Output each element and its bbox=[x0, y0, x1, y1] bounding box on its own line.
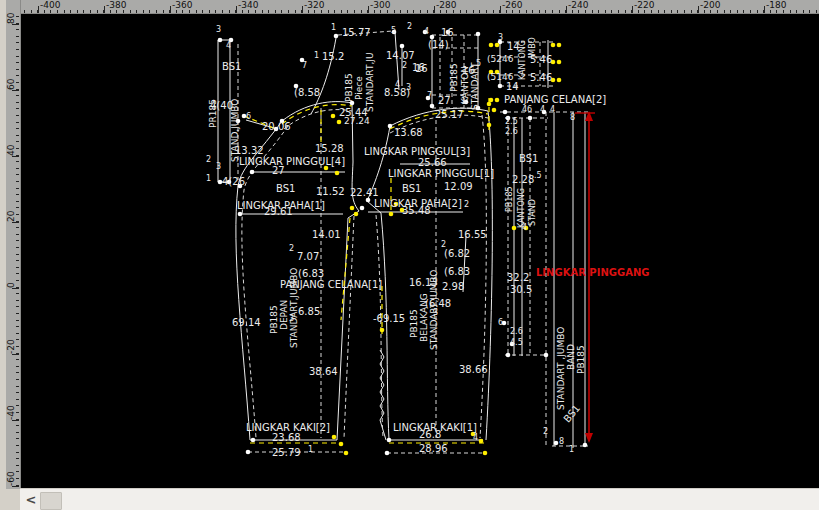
ruler-major-tick bbox=[698, 6, 699, 13]
ruler-tick bbox=[400, 10, 401, 13]
ruler-tick bbox=[16, 346, 19, 347]
ruler-tick bbox=[16, 69, 19, 70]
ruler-tick bbox=[130, 10, 131, 13]
ruler-tick bbox=[16, 201, 19, 202]
ruler-tick bbox=[288, 10, 289, 13]
horizontal-scrollbar[interactable]: < bbox=[20, 488, 819, 510]
ruler-tick bbox=[143, 10, 144, 13]
ruler-tick bbox=[16, 49, 19, 50]
ruler-tick bbox=[281, 10, 282, 13]
ruler-label: -400 bbox=[40, 1, 60, 10]
ruler-major-tick bbox=[368, 6, 369, 13]
ruler-tick bbox=[532, 10, 533, 13]
ruler-tick bbox=[308, 10, 309, 13]
ruler-tick bbox=[737, 10, 738, 13]
ruler-tick bbox=[420, 10, 421, 13]
ruler-tick bbox=[625, 10, 626, 13]
ruler-tick bbox=[176, 10, 177, 13]
ruler-tick bbox=[539, 10, 540, 13]
ruler-tick bbox=[16, 82, 19, 83]
ruler-tick bbox=[123, 10, 124, 13]
ruler-tick bbox=[354, 10, 355, 13]
ruler-tick bbox=[16, 280, 19, 281]
ruler-tick bbox=[16, 115, 19, 116]
ruler-tick bbox=[545, 10, 546, 13]
ruler-tick bbox=[16, 161, 19, 162]
ruler-label: -20 bbox=[7, 339, 16, 354]
ruler-major-tick bbox=[12, 288, 19, 289]
ruler-major-tick bbox=[170, 6, 171, 13]
ruler-tick bbox=[110, 10, 111, 13]
ruler-label: -260 bbox=[502, 1, 522, 10]
ruler-tick bbox=[90, 10, 91, 13]
scroll-left-button[interactable]: < bbox=[22, 491, 40, 509]
ruler-tick bbox=[16, 273, 19, 274]
ruler-tick bbox=[16, 425, 19, 426]
ruler-major-tick bbox=[302, 6, 303, 13]
ruler-tick bbox=[16, 16, 19, 17]
ruler-tick bbox=[16, 254, 19, 255]
ruler-tick bbox=[163, 10, 164, 13]
ruler-tick bbox=[16, 75, 19, 76]
ruler-tick bbox=[334, 10, 335, 13]
ruler-tick bbox=[16, 62, 19, 63]
horizontal-ruler: -400-380-360-340-320-300-280-260-240-220… bbox=[20, 0, 819, 14]
ruler-tick bbox=[321, 10, 322, 13]
ruler-tick bbox=[83, 10, 84, 13]
ruler-tick bbox=[506, 10, 507, 13]
ruler-tick bbox=[394, 10, 395, 13]
ruler-label: 60 bbox=[7, 79, 16, 90]
ruler-tick bbox=[684, 10, 685, 13]
scrollbar-thumb[interactable] bbox=[40, 492, 62, 510]
ruler-tick bbox=[638, 10, 639, 13]
ruler-tick bbox=[314, 10, 315, 13]
ruler-tick bbox=[16, 108, 19, 109]
scrollbar-track[interactable] bbox=[62, 489, 819, 510]
ruler-label: -240 bbox=[568, 1, 588, 10]
ruler-tick bbox=[16, 412, 19, 413]
ruler-tick bbox=[651, 10, 652, 13]
ruler-tick bbox=[16, 227, 19, 228]
ruler-tick bbox=[453, 10, 454, 13]
ruler-tick bbox=[552, 10, 553, 13]
ruler-tick bbox=[710, 10, 711, 13]
ruler-tick bbox=[691, 10, 692, 13]
ruler-tick bbox=[16, 326, 19, 327]
ruler-tick bbox=[24, 10, 25, 13]
ruler-tick bbox=[592, 10, 593, 13]
ruler-tick bbox=[16, 438, 19, 439]
ruler-tick bbox=[149, 10, 150, 13]
ruler-tick bbox=[16, 333, 19, 334]
ruler-label: -280 bbox=[436, 1, 456, 10]
ruler-tick bbox=[31, 10, 32, 13]
ruler-tick bbox=[809, 10, 810, 13]
ruler-major-tick bbox=[236, 6, 237, 13]
ruler-tick bbox=[598, 10, 599, 13]
ruler-tick bbox=[16, 128, 19, 129]
ruler-label: -40 bbox=[7, 405, 16, 420]
ruler-tick bbox=[16, 29, 19, 30]
ruler-tick bbox=[16, 458, 19, 459]
ruler-tick bbox=[16, 392, 19, 393]
ruler-label: -180 bbox=[766, 1, 786, 10]
ruler-tick bbox=[182, 10, 183, 13]
ruler-tick bbox=[16, 181, 19, 182]
ruler-tick bbox=[743, 10, 744, 13]
ruler-tick bbox=[473, 10, 474, 13]
ruler-tick bbox=[466, 10, 467, 13]
ruler-major-tick bbox=[38, 6, 39, 13]
ruler-tick bbox=[136, 10, 137, 13]
ruler-major-tick bbox=[434, 6, 435, 13]
ruler-tick bbox=[16, 432, 19, 433]
drawing-canvas[interactable] bbox=[20, 13, 819, 489]
ruler-tick bbox=[750, 10, 751, 13]
ruler-tick bbox=[209, 10, 210, 13]
ruler-tick bbox=[16, 465, 19, 466]
ruler-tick bbox=[16, 267, 19, 268]
ruler-tick bbox=[618, 10, 619, 13]
ruler-tick bbox=[16, 372, 19, 373]
ruler-label: 20 bbox=[7, 211, 16, 222]
ruler-tick bbox=[374, 10, 375, 13]
ruler-label: -200 bbox=[700, 1, 720, 10]
ruler-tick bbox=[50, 10, 51, 13]
